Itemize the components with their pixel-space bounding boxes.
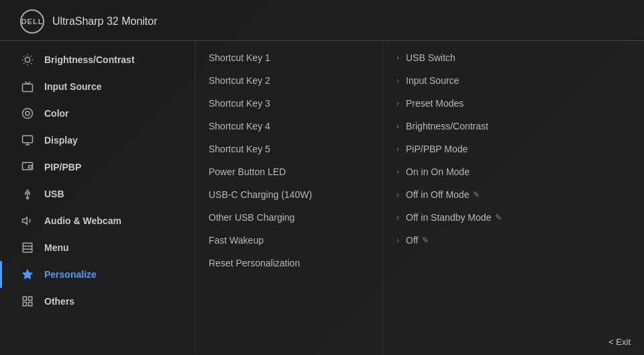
svg-line-4	[31, 63, 32, 64]
main-content: Brightness/Contrast Input Source	[0, 41, 644, 354]
exit-button[interactable]: < Exit	[608, 337, 631, 347]
center-label-1: Shortcut Key 2	[209, 75, 270, 86]
edit-icon-6[interactable]: ✎	[473, 190, 480, 199]
center-label-6: USB-C Charging (140W)	[209, 189, 312, 200]
center-label-0: Shortcut Key 1	[209, 52, 270, 63]
center-column: Shortcut Key 1 Shortcut Key 2 Shortcut K…	[195, 41, 382, 354]
svg-rect-16	[29, 166, 32, 168]
screen: DELL UltraSharp 32 Monitor	[0, 0, 644, 355]
center-item-0[interactable]: Shortcut Key 1	[195, 46, 382, 69]
chevron-icon-4: ›	[396, 144, 399, 154]
right-label-0: USB Switch	[406, 52, 455, 63]
svg-line-7	[23, 63, 24, 64]
center-item-3[interactable]: Shortcut Key 4	[195, 115, 382, 138]
sidebar-label-others: Others	[44, 296, 74, 307]
right-item-4: › PiP/PBP Mode	[383, 138, 644, 160]
others-icon	[20, 294, 35, 309]
right-label-5: On in On Mode	[406, 166, 470, 177]
right-item-0: › USB Switch	[383, 46, 644, 69]
exit-label: < Exit	[608, 337, 631, 347]
sidebar-item-audio[interactable]: Audio & Webcam	[0, 207, 195, 234]
center-item-5[interactable]: Power Button LED	[195, 160, 382, 183]
chevron-icon-6: ›	[396, 190, 399, 199]
sidebar-item-display[interactable]: Display	[0, 127, 195, 154]
header: DELL UltraSharp 32 Monitor	[0, 0, 644, 41]
svg-point-17	[27, 197, 29, 199]
brightness-icon	[20, 52, 35, 67]
sidebar: Brightness/Contrast Input Source	[0, 41, 195, 354]
center-label-9: Reset Personalization	[209, 258, 300, 268]
chevron-icon-3: ›	[396, 121, 399, 131]
chevron-icon-0: ›	[396, 53, 399, 62]
center-label-8: Fast Wakeup	[209, 235, 264, 246]
sidebar-item-input[interactable]: Input Source	[0, 73, 195, 100]
header-title: UltraSharp 32 Monitor	[52, 15, 158, 28]
sidebar-item-others[interactable]: Others	[0, 288, 195, 315]
center-label-4: Shortcut Key 5	[209, 144, 270, 154]
svg-point-10	[23, 109, 33, 119]
center-item-2[interactable]: Shortcut Key 3	[195, 92, 382, 115]
center-item-1[interactable]: Shortcut Key 2	[195, 69, 382, 92]
right-item-6: › Off in Off Mode ✎	[383, 183, 644, 206]
svg-rect-28	[29, 297, 32, 300]
audio-icon	[20, 213, 35, 228]
svg-rect-30	[29, 303, 32, 306]
center-item-9[interactable]: Reset Personalization	[195, 252, 382, 274]
sidebar-label-audio: Audio & Webcam	[44, 215, 121, 226]
right-item-1: › Input Source	[383, 69, 644, 92]
sidebar-label-pip: PIP/PBP	[44, 162, 81, 172]
sidebar-label-menu: Menu	[44, 242, 69, 253]
sidebar-item-menu[interactable]: Menu	[0, 234, 195, 261]
edit-icon-8[interactable]: ✎	[422, 236, 429, 245]
personalize-icon	[20, 267, 35, 282]
center-label-7: Other USB Charging	[209, 212, 294, 223]
chevron-icon-2: ›	[396, 99, 399, 108]
right-item-3: › Brightness/Contrast	[383, 115, 644, 138]
right-item-7: › Off in Standby Mode ✎	[383, 206, 644, 229]
chevron-icon-7: ›	[396, 213, 399, 222]
sidebar-label-color: Color	[44, 108, 69, 119]
center-item-8[interactable]: Fast Wakeup	[195, 229, 382, 252]
color-icon	[20, 106, 35, 121]
pip-icon	[20, 160, 35, 174]
dell-logo: DELL	[20, 9, 44, 34]
svg-rect-23	[23, 243, 32, 252]
sidebar-item-pip[interactable]: PIP/PBP	[0, 154, 195, 181]
sidebar-label-usb: USB	[44, 189, 64, 199]
center-label-2: Shortcut Key 3	[209, 98, 270, 109]
sidebar-label-input: Input Source	[44, 81, 102, 92]
dell-logo-text: DELL	[21, 17, 44, 26]
svg-rect-27	[23, 297, 26, 300]
right-item-8: › Off ✎	[383, 229, 644, 252]
right-item-5: › On in On Mode	[383, 160, 644, 183]
center-item-6[interactable]: USB-C Charging (140W)	[195, 183, 382, 206]
svg-rect-9	[23, 84, 33, 91]
svg-point-0	[25, 57, 30, 62]
sidebar-item-color[interactable]: Color	[0, 100, 195, 127]
right-label-6: Off in Off Mode	[406, 189, 469, 200]
right-label-7: Off in Standby Mode	[406, 212, 491, 223]
right-label-8: Off	[406, 235, 418, 246]
right-item-2: › Preset Modes	[383, 92, 644, 115]
center-label-3: Shortcut Key 4	[209, 121, 270, 132]
chevron-icon-8: ›	[396, 236, 399, 245]
right-label-4: PiP/PBP Mode	[406, 144, 468, 154]
center-item-4[interactable]: Shortcut Key 5	[195, 138, 382, 160]
svg-marker-22	[23, 217, 28, 225]
right-column: › USB Switch › Input Source › Preset Mod…	[382, 41, 644, 354]
sidebar-item-brightness[interactable]: Brightness/Contrast	[0, 46, 195, 73]
edit-icon-7[interactable]: ✎	[495, 213, 502, 222]
sidebar-item-personalize[interactable]: Personalize	[0, 261, 195, 288]
svg-marker-26	[23, 270, 33, 279]
right-label-2: Preset Modes	[406, 98, 464, 109]
right-label-1: Input Source	[406, 75, 459, 86]
svg-rect-12	[23, 136, 33, 143]
svg-line-8	[31, 56, 32, 56]
right-label-3: Brightness/Contrast	[406, 121, 488, 132]
usb-icon	[20, 187, 35, 201]
center-item-7[interactable]: Other USB Charging	[195, 206, 382, 229]
chevron-icon-1: ›	[396, 76, 399, 85]
svg-rect-29	[23, 303, 26, 306]
display-icon	[20, 133, 35, 148]
sidebar-item-usb[interactable]: USB	[0, 181, 195, 207]
